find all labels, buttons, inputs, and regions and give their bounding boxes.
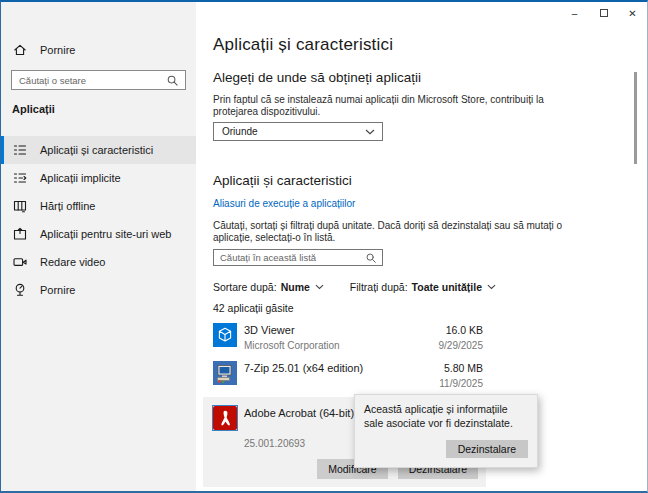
chevron-down-icon	[365, 129, 375, 135]
sidebar-item-label: Aplicații și caracteristici	[40, 144, 153, 156]
startup-icon	[13, 283, 27, 297]
sidebar: Pornire Aplicații Aplicații și caracteri…	[1, 2, 196, 491]
app-row-calculator[interactable]: Calculator 16.0 KB	[213, 489, 483, 493]
search-icon	[166, 74, 179, 87]
minimize-icon: –	[572, 8, 578, 19]
chevron-down-icon[interactable]	[315, 284, 324, 290]
adobe-acrobat-app-icon	[213, 406, 237, 430]
sidebar-item-label: Redare video	[40, 256, 105, 268]
sidebar-item-video-playback[interactable]: Redare video	[1, 248, 196, 276]
sidebar-item-apps-features[interactable]: Aplicații și caracteristici	[1, 136, 196, 164]
source-section-description: Prin faptul că se instalează numai aplic…	[213, 94, 561, 117]
close-button[interactable]: ✕	[618, 2, 647, 24]
uninstall-confirm-button[interactable]: Dezinstalare	[446, 440, 528, 458]
app-row-7zip[interactable]: 7-Zip 25.01 (x64 edition) 5.80 MB 11/9/2…	[213, 356, 483, 394]
app-list-search-box	[213, 249, 383, 266]
page-title: Aplicații și caracteristici	[213, 35, 647, 55]
app-source-dropdown[interactable]: Oriunde	[213, 122, 383, 141]
sidebar-home-label: Pornire	[40, 44, 75, 56]
maximize-icon	[600, 9, 608, 17]
sidebar-item-offline-maps[interactable]: Hărți offline	[1, 192, 196, 220]
sidebar-item-label: Aplicații pentru site-uri web	[40, 228, 171, 240]
settings-search-box	[11, 70, 186, 90]
close-icon: ✕	[628, 8, 636, 19]
sidebar-item-startup[interactable]: Pornire	[1, 276, 196, 304]
apps-section-description: Căutați, sortați și filtrați după unitat…	[213, 220, 565, 243]
sidebar-nav: Aplicații și caracteristici Aplicații im…	[1, 136, 196, 304]
app-size: 16.0 KB	[439, 324, 484, 336]
home-icon	[13, 43, 27, 57]
sidebar-section-heading: Aplicații	[12, 103, 196, 115]
search-icon	[365, 252, 377, 264]
app-execution-aliases-link[interactable]: Aliasuri de execuție a aplicațiilor	[213, 198, 355, 209]
3d-viewer-app-icon	[213, 323, 237, 347]
offline-maps-icon	[13, 199, 27, 213]
apps-section-heading: Aplicații și caracteristici	[213, 173, 647, 188]
filter-value[interactable]: Toate unitățile	[412, 281, 482, 293]
sort-label: Sortare după:	[213, 281, 277, 293]
settings-window: ← Setări – ✕ Pornire Aplicații	[0, 0, 648, 493]
sidebar-item-label: Hărți offline	[40, 200, 95, 212]
app-date: 11/9/2025	[439, 378, 483, 389]
default-apps-icon	[13, 171, 27, 185]
app-publisher: Microsoft Corporation	[244, 340, 439, 351]
7zip-app-icon	[213, 361, 237, 385]
apps-for-websites-icon	[13, 227, 27, 241]
app-name: 3D Viewer	[244, 324, 439, 336]
vertical-scrollbar-thumb[interactable]	[634, 72, 637, 164]
app-source-dropdown-value: Oriunde	[214, 126, 258, 137]
apps-features-icon	[13, 143, 27, 157]
uninstall-confirm-message: Această aplicație și informațiile sale a…	[364, 402, 528, 430]
sidebar-item-home[interactable]: Pornire	[1, 38, 196, 62]
minimize-button[interactable]: –	[560, 2, 589, 24]
app-name: 7-Zip 25.01 (x64 edition)	[244, 362, 439, 374]
sidebar-item-apps-for-websites[interactable]: Aplicații pentru site-uri web	[1, 220, 196, 248]
sidebar-item-default-apps[interactable]: Aplicații implicite	[1, 164, 196, 192]
results-count: 42 aplicații găsite	[213, 302, 647, 314]
sort-filter-bar: Sortare după: Nume Filtrați după: Toate …	[213, 281, 647, 293]
filter-label: Filtrați după:	[350, 281, 408, 293]
app-row-3d-viewer[interactable]: 3D Viewer Microsoft Corporation 16.0 KB …	[213, 318, 483, 356]
sidebar-item-label: Aplicații implicite	[40, 172, 121, 184]
app-size: 5.80 MB	[439, 362, 483, 374]
chevron-down-icon[interactable]	[487, 284, 496, 290]
source-section-heading: Alegeți de unde să obțineți aplicații	[213, 70, 647, 85]
maximize-button[interactable]	[589, 2, 618, 24]
sort-value[interactable]: Nume	[281, 281, 310, 293]
uninstall-confirm-popup: Această aplicație și informațiile sale a…	[354, 394, 538, 468]
settings-search-input[interactable]	[12, 75, 166, 86]
app-list-search-input[interactable]	[214, 252, 365, 263]
sidebar-item-label: Pornire	[40, 284, 75, 296]
app-date: 9/29/2025	[439, 340, 484, 351]
video-playback-icon	[13, 255, 27, 269]
window-controls: – ✕	[560, 2, 647, 24]
selected-accent-bar	[1, 136, 4, 164]
